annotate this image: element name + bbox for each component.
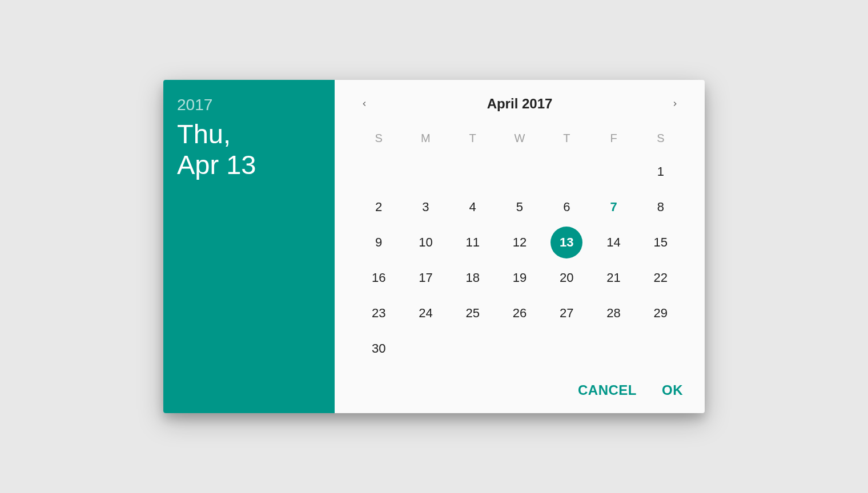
day-cell[interactable]: 15 (637, 225, 684, 260)
day-number: 24 (419, 306, 432, 321)
calendar-week-row: 9101112131415 (355, 225, 684, 260)
day-cell[interactable]: 9 (355, 225, 402, 260)
day-cell[interactable]: 2 (355, 189, 402, 225)
weekday-header: W (496, 126, 543, 151)
calendar-week-row: 2345678 (355, 189, 684, 225)
day-number: 28 (606, 306, 620, 321)
day-cell[interactable]: 6 (543, 189, 590, 225)
date-picker-dialog: 2017 Thu, Apr 13 April 2017 S M T W T F … (163, 80, 705, 413)
day-cell-empty (496, 154, 543, 189)
weekday-header: F (590, 126, 637, 151)
day-number: 26 (513, 306, 527, 321)
day-cell-empty (449, 154, 496, 189)
day-cell[interactable]: 17 (402, 260, 449, 296)
date-selector[interactable]: Thu, Apr 13 (177, 119, 321, 180)
day-cell[interactable]: 24 (402, 296, 449, 331)
day-cell[interactable]: 1 (637, 154, 684, 189)
day-cell-empty (543, 154, 590, 189)
weekday-header: M (402, 126, 449, 151)
ok-button[interactable]: OK (662, 382, 683, 398)
calendar-week-row: 16171819202122 (355, 260, 684, 296)
day-cell[interactable]: 5 (496, 189, 543, 225)
day-cell-empty (402, 154, 449, 189)
day-number: 21 (606, 270, 620, 285)
day-number: 12 (513, 235, 527, 250)
day-number: 4 (469, 200, 476, 215)
day-cell[interactable]: 29 (637, 296, 684, 331)
day-cell[interactable]: 23 (355, 296, 402, 331)
selected-weekday: Thu, (177, 119, 321, 149)
calendar-week-row: 30 (355, 331, 684, 366)
day-number: 13 (560, 235, 573, 250)
day-cell[interactable]: 10 (402, 225, 449, 260)
day-cell[interactable]: 25 (449, 296, 496, 331)
calendar-grid: 1234567891011121314151617181920212223242… (355, 154, 684, 366)
day-cell-empty (496, 331, 543, 366)
day-number: 18 (465, 270, 479, 285)
chevron-left-icon (360, 99, 369, 108)
weekday-header: T (543, 126, 590, 151)
weekday-header: T (449, 126, 496, 151)
day-number: 17 (419, 270, 432, 285)
day-cell[interactable]: 13 (543, 225, 590, 260)
day-cell-empty (543, 331, 590, 366)
day-number: 9 (375, 235, 382, 250)
next-month-button[interactable] (666, 95, 684, 113)
day-number: 30 (372, 341, 385, 356)
dialog-actions: CANCEL OK (355, 375, 684, 403)
day-number: 8 (657, 200, 664, 215)
day-cell[interactable]: 19 (496, 260, 543, 296)
day-number: 1 (657, 164, 664, 179)
day-cell[interactable]: 12 (496, 225, 543, 260)
day-number: 7 (610, 200, 617, 215)
day-number: 14 (606, 235, 620, 250)
day-number: 3 (422, 200, 429, 215)
day-cell[interactable]: 22 (637, 260, 684, 296)
day-number: 10 (419, 235, 432, 250)
day-cell[interactable]: 20 (543, 260, 590, 296)
day-number: 27 (560, 306, 573, 321)
day-number: 6 (563, 200, 570, 215)
day-cell[interactable]: 8 (637, 189, 684, 225)
day-cell-empty (449, 331, 496, 366)
day-cell[interactable]: 11 (449, 225, 496, 260)
weekday-header: S (637, 126, 684, 151)
day-number: 16 (372, 270, 385, 285)
selected-month-day: Apr 13 (177, 149, 321, 180)
day-cell-empty (355, 154, 402, 189)
day-cell-empty (590, 154, 637, 189)
day-number: 20 (560, 270, 573, 285)
day-number: 25 (465, 306, 479, 321)
day-cell[interactable]: 21 (590, 260, 637, 296)
prev-month-button[interactable] (355, 95, 373, 113)
day-cell[interactable]: 28 (590, 296, 637, 331)
day-number: 15 (654, 235, 668, 250)
day-cell[interactable]: 16 (355, 260, 402, 296)
date-picker-header: 2017 Thu, Apr 13 (163, 80, 335, 413)
weekday-header-row: S M T W T F S (355, 126, 684, 151)
day-cell[interactable]: 18 (449, 260, 496, 296)
day-number: 11 (465, 235, 479, 250)
day-cell-empty (637, 331, 684, 366)
day-cell[interactable]: 26 (496, 296, 543, 331)
year-selector[interactable]: 2017 (177, 96, 321, 114)
day-cell[interactable]: 27 (543, 296, 590, 331)
day-cell[interactable]: 30 (355, 331, 402, 366)
month-year-label: April 2017 (487, 96, 553, 112)
day-number: 23 (372, 306, 385, 321)
calendar-panel: April 2017 S M T W T F S 123456789101112… (335, 80, 705, 413)
day-cell[interactable]: 7 (590, 189, 637, 225)
weekday-header: S (355, 126, 402, 151)
day-cell-empty (590, 331, 637, 366)
cancel-button[interactable]: CANCEL (578, 382, 637, 398)
month-navigation: April 2017 (355, 86, 684, 122)
day-number: 5 (516, 200, 523, 215)
day-cell[interactable]: 4 (449, 189, 496, 225)
day-number: 2 (375, 200, 382, 215)
day-cell[interactable]: 3 (402, 189, 449, 225)
day-number: 19 (513, 270, 527, 285)
day-number: 29 (654, 306, 668, 321)
chevron-right-icon (670, 99, 680, 108)
calendar-week-row: 1 (355, 154, 684, 189)
day-cell[interactable]: 14 (590, 225, 637, 260)
